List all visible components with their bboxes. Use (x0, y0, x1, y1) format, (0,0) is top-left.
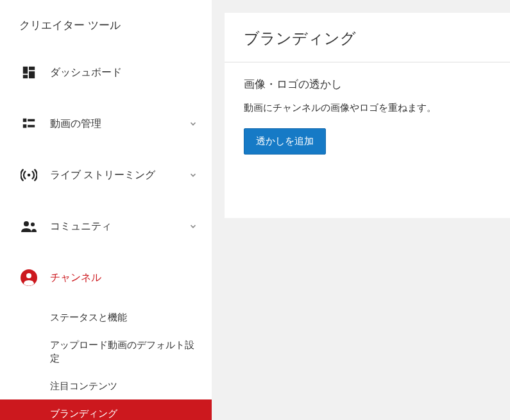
sidebar-item-dashboard[interactable]: ダッシュボード (0, 47, 212, 98)
chevron-down-icon (189, 171, 198, 180)
svg-rect-2 (23, 75, 28, 79)
add-watermark-button[interactable]: 透かしを追加 (244, 128, 326, 155)
person-circle-icon (19, 268, 38, 287)
sidebar-item-community[interactable]: コミュニティ (0, 201, 212, 252)
sub-item-label: ステータスと機能 (50, 312, 127, 323)
svg-rect-3 (29, 71, 35, 78)
sub-item-label: アップロード動画のデフォルト設定 (50, 339, 194, 364)
sidebar-item-video-manager[interactable]: 動画の管理 (0, 98, 212, 149)
sidebar-item-label: ライブ ストリーミング (50, 169, 189, 182)
sidebar-item-label: ダッシュボード (50, 66, 198, 80)
main-content: ブランディング 画像・ロゴの透かし 動画にチャンネルの画像やロゴを重ねます。 透… (212, 0, 510, 420)
dashboard-icon (19, 63, 38, 82)
sidebar-item-label: コミュニティ (50, 220, 189, 233)
live-icon (19, 165, 38, 185)
svg-rect-1 (29, 67, 35, 71)
people-icon (19, 217, 38, 236)
branding-card: ブランディング 画像・ロゴの透かし 動画にチャンネルの画像やロゴを重ねます。 透… (225, 13, 510, 218)
svg-rect-6 (23, 124, 27, 128)
section-description: 動画にチャンネルの画像やロゴを重ねます。 (244, 102, 491, 114)
svg-rect-5 (28, 119, 35, 122)
svg-rect-7 (28, 125, 35, 128)
sub-item-label: 注目コンテンツ (50, 380, 117, 391)
sub-item-label: ブランディング (50, 408, 117, 419)
sidebar: クリエイター ツール ダッシュボード 動画の管理 (0, 0, 212, 420)
sidebar-item-label: 動画の管理 (50, 117, 189, 131)
svg-point-10 (31, 223, 35, 226)
svg-rect-0 (23, 67, 28, 74)
svg-rect-4 (23, 119, 27, 122)
sidebar-item-channel[interactable]: チャンネル (0, 252, 212, 303)
svg-point-12 (26, 273, 31, 278)
chevron-down-icon (189, 119, 198, 128)
card-body: 画像・ロゴの透かし 動画にチャンネルの画像やロゴを重ねます。 透かしを追加 (225, 63, 510, 169)
sidebar-item-label: チャンネル (50, 271, 198, 285)
chevron-down-icon (189, 222, 198, 231)
sub-item-branding[interactable]: ブランディング (0, 399, 212, 420)
card-title: ブランディング (225, 13, 510, 63)
sidebar-title: クリエイター ツール (0, 0, 212, 47)
sub-item-featured-content[interactable]: 注目コンテンツ (0, 372, 212, 399)
sub-item-status[interactable]: ステータスと機能 (0, 303, 212, 331)
sub-item-upload-defaults[interactable]: アップロード動画のデフォルト設定 (0, 331, 212, 372)
svg-point-8 (28, 174, 31, 177)
list-icon (19, 114, 38, 133)
svg-point-9 (24, 221, 29, 226)
sidebar-item-live-streaming[interactable]: ライブ ストリーミング (0, 149, 212, 201)
section-title: 画像・ロゴの透かし (244, 77, 491, 92)
